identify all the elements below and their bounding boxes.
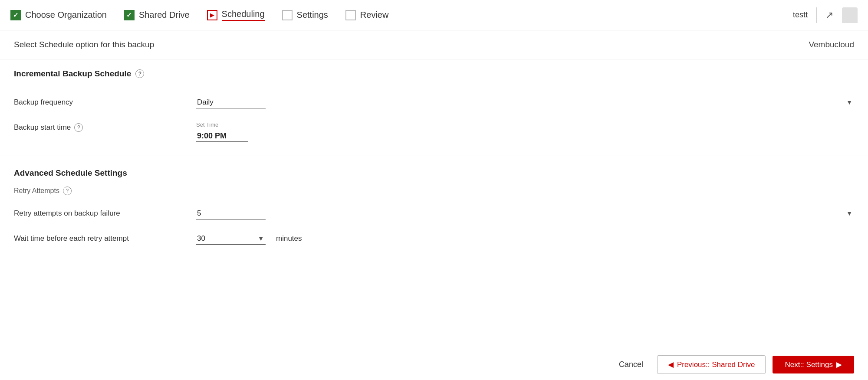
wizard-steps: Choose Organization Shared Drive Schedul… (10, 9, 793, 21)
wizard-header: Choose Organization Shared Drive Schedul… (0, 0, 868, 30)
retry-help-icon[interactable]: ? (63, 187, 72, 195)
step-review[interactable]: Review (345, 10, 389, 20)
incremental-section-title: Incremental Backup Schedule ? (14, 69, 854, 79)
backup-frequency-row: Backup frequency Daily Weekly Monthly ▼ (14, 96, 854, 108)
backup-frequency-control: Daily Weekly Monthly ▼ (196, 96, 854, 108)
backup-start-time-input[interactable] (196, 131, 248, 142)
step-choose-organization[interactable]: Choose Organization (10, 10, 107, 20)
backup-schedule-form: Backup frequency Daily Weekly Monthly ▼ … (0, 83, 868, 155)
top-bar: Select Schedule option for this backup V… (0, 30, 868, 59)
page-title: Select Schedule option for this backup (14, 40, 154, 49)
step-shared-drive[interactable]: Shared Drive (124, 10, 190, 20)
step-label-settings: Settings (297, 10, 328, 20)
minutes-label: minutes (276, 234, 302, 243)
step-scheduling[interactable]: Scheduling (207, 9, 265, 21)
retry-attempts-select-arrow: ▼ (846, 210, 852, 217)
backup-frequency-select[interactable]: Daily Weekly Monthly (196, 96, 266, 108)
retry-attempts-label: Retry Attempts ? (14, 187, 854, 195)
wait-time-select[interactable]: 5101520 25304560 (196, 233, 266, 245)
backup-frequency-select-arrow: ▼ (846, 99, 852, 106)
previous-button[interactable]: ◀ Previous:: Shared Drive (657, 355, 766, 374)
wait-time-select-wrapper: 5101520 25304560 ▼ (196, 233, 266, 245)
incremental-section-header: Incremental Backup Schedule ? (0, 59, 868, 83)
wait-time-control: 5101520 25304560 ▼ minutes (196, 233, 854, 245)
incremental-help-icon[interactable]: ? (135, 69, 144, 78)
retry-attempts-select[interactable]: 1234 567 8910 (196, 207, 266, 219)
step-checkbox-choose-organization (10, 10, 21, 20)
header-tab[interactable] (842, 7, 858, 23)
next-button[interactable]: Next:: Settings ▶ (773, 356, 854, 373)
advanced-schedule-section: Advanced Schedule Settings Retry Attempt… (0, 155, 868, 258)
external-link-icon[interactable]: ↗ (825, 10, 833, 21)
backup-frequency-label: Backup frequency (14, 96, 196, 107)
set-time-label: Set Time (196, 121, 854, 128)
step-checkbox-review (345, 10, 356, 20)
step-checkbox-settings (282, 10, 293, 20)
advanced-title: Advanced Schedule Settings (14, 168, 854, 178)
step-checkbox-scheduling (207, 10, 217, 20)
backup-start-time-label: Backup start time ? (14, 121, 196, 132)
step-checkbox-shared-drive (124, 10, 135, 20)
step-label-shared-drive: Shared Drive (139, 10, 190, 20)
backup-start-time-control: Set Time (196, 121, 854, 142)
header-user: testt (793, 10, 808, 20)
prev-label: Previous:: Shared Drive (677, 360, 755, 369)
cancel-button[interactable]: Cancel (612, 357, 650, 373)
step-settings[interactable]: Settings (282, 10, 328, 20)
wait-time-row: Wait time before each retry attempt 5101… (14, 233, 854, 245)
step-label-choose-organization: Choose Organization (25, 10, 107, 20)
header-right: testt ↗ (793, 7, 858, 23)
wait-time-field-label: Wait time before each retry attempt (14, 233, 196, 243)
incremental-title-text: Incremental Backup Schedule (14, 69, 131, 79)
footer: Cancel ◀ Previous:: Shared Drive Next:: … (0, 349, 868, 380)
step-label-scheduling: Scheduling (222, 9, 265, 21)
retry-attempts-row: Retry attempts on backup failure 1234 56… (14, 207, 854, 219)
retry-attempts-select-wrapper: 1234 567 8910 ▼ (196, 207, 854, 219)
retry-attempts-field-label: Retry attempts on backup failure (14, 207, 196, 218)
main-content: Select Schedule option for this backup V… (0, 30, 868, 349)
header-divider (816, 7, 817, 23)
prev-icon: ◀ (668, 360, 674, 369)
next-icon: ▶ (836, 360, 842, 369)
next-label: Next:: Settings (785, 360, 833, 369)
retry-attempts-control: 1234 567 8910 ▼ (196, 207, 854, 219)
backup-start-time-help-icon[interactable]: ? (74, 123, 83, 132)
backup-start-time-row: Backup start time ? Set Time (14, 121, 854, 142)
brand-name: Vembucloud (809, 40, 854, 49)
backup-frequency-select-wrapper: Daily Weekly Monthly ▼ (196, 96, 854, 108)
step-label-review: Review (360, 10, 389, 20)
